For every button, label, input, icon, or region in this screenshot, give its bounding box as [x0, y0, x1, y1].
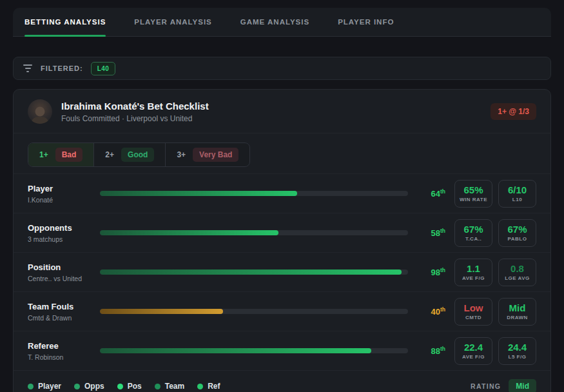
stat-label: PABLO: [508, 236, 527, 242]
row-sub: T. Robinson: [28, 353, 93, 361]
stat-box: 67% PABLO: [498, 219, 536, 247]
percentile-value: 58th: [418, 228, 445, 238]
row-meta: Referee T. Robinson: [28, 341, 93, 361]
row-stats: Low CMTD Mid DRAWN: [454, 298, 536, 326]
stat-box: 67% T.CA..: [454, 219, 492, 247]
row-label: Opponents: [28, 223, 93, 233]
percentile-value: 64th: [418, 188, 445, 199]
legend-item-pos: Pos: [117, 382, 142, 391]
percentile-bar: [100, 191, 408, 196]
row-sub: Cmtd & Drawn: [28, 314, 93, 322]
stat-label: CMTD: [465, 315, 481, 320]
stat-label: WIN RATE: [460, 197, 487, 202]
legend-label: Pos: [128, 382, 142, 391]
percentile-value: 40th: [418, 306, 445, 317]
stat-box: 22.4 AVE F/G: [454, 337, 492, 365]
stat-box: 0.8 LGE AVG: [498, 259, 536, 286]
legend-item-opps: Opps: [74, 382, 104, 391]
verdict-badge: Bad: [55, 148, 83, 162]
odds-badge[interactable]: 1+ @ 1/3: [491, 103, 536, 120]
stat-value: Low: [464, 302, 483, 313]
stat-label: AVE F/G: [462, 354, 485, 360]
stat-label: L5 F/G: [509, 354, 527, 360]
row-label: Position: [28, 262, 93, 272]
verdict-badge: Very Bad: [193, 148, 238, 162]
filter-chip-l40[interactable]: L40: [91, 62, 116, 75]
percentile-bar-fill: [100, 230, 278, 235]
stat-box: 6/10 L10: [498, 180, 536, 208]
row-meta: Position Centre.. vs United: [28, 262, 93, 282]
rating: RATING Mid: [471, 379, 536, 392]
checklist-header-text: Ibrahima Konaté's Bet Checklist Fouls Co…: [61, 101, 209, 123]
line-toggle-2plus[interactable]: 2+ Good: [94, 143, 166, 166]
legend-label: Team: [165, 382, 184, 391]
legend-dot: [197, 384, 203, 389]
row-stats: 22.4 AVE F/G 24.4 L5 F/G: [454, 337, 536, 365]
legend: Player Opps Pos Team Ref: [28, 382, 220, 391]
percentile-bar: [100, 230, 408, 235]
legend-dot: [155, 384, 160, 389]
stat-box: 24.4 L5 F/G: [498, 337, 536, 365]
line-label: 3+: [177, 150, 186, 159]
stat-value: 22.4: [464, 342, 483, 353]
metric-row-team-fouls: Team Fouls Cmtd & Drawn 40th Low CMTD Mi…: [14, 291, 550, 331]
rating-badge: Mid: [509, 379, 536, 392]
legend-item-team: Team: [155, 382, 184, 391]
percentile-value: 88th: [418, 346, 445, 356]
row-sub: 3 matchups: [28, 235, 93, 243]
row-meta: Team Fouls Cmtd & Drawn: [28, 302, 93, 322]
metric-row-position: Position Centre.. vs United 98th 1.1 AVE…: [14, 252, 550, 291]
row-label: Player: [28, 184, 93, 193]
bet-checklist-card: Ibrahima Konaté's Bet Checklist Fouls Co…: [13, 89, 551, 392]
rating-label: RATING: [471, 382, 501, 390]
row-stats: 67% T.CA.. 67% PABLO: [454, 219, 536, 247]
stat-value: Mid: [509, 302, 526, 313]
metric-row-opponents: Opponents 3 matchups 58th 67% T.CA.. 67%…: [14, 213, 550, 252]
line-label: 1+: [39, 150, 48, 159]
stat-value: 6/10: [508, 184, 527, 195]
percentile-value: 98th: [418, 267, 445, 277]
row-meta: Opponents 3 matchups: [28, 223, 93, 243]
stat-label: L10: [512, 197, 522, 202]
stat-box: 1.1 AVE F/G: [454, 259, 492, 286]
tab-betting-analysis[interactable]: BETTING ANALYSIS: [24, 8, 106, 36]
filter-bar: FILTERED: L40: [13, 57, 551, 80]
stat-value: 67%: [463, 224, 483, 235]
stat-box: Low CMTD: [454, 298, 492, 326]
stat-value: 1.1: [467, 263, 480, 274]
legend-label: Ref: [208, 382, 220, 391]
row-stats: 1.1 AVE F/G 0.8 LGE AVG: [454, 259, 536, 286]
metric-row-player: Player I.Konaté 64th 65% WIN RATE 6/10 L…: [14, 173, 550, 213]
checklist-subtitle: Fouls Committed · Liverpool vs United: [61, 114, 209, 123]
tab-player-info[interactable]: PLAYER INFO: [338, 8, 394, 36]
line-toggle-3plus[interactable]: 3+ Very Bad: [166, 143, 249, 166]
row-sub: Centre.. vs United: [28, 275, 93, 282]
legend-label: Player: [38, 382, 61, 391]
stat-value: 65%: [463, 184, 483, 195]
legend-dot: [117, 384, 123, 389]
filter-icon: [23, 64, 33, 72]
stat-box: Mid DRAWN: [498, 298, 536, 326]
checklist-footer: Player Opps Pos Team Ref RATING Mid: [14, 370, 550, 392]
legend-label: Opps: [84, 382, 104, 391]
stat-value: 0.8: [511, 263, 524, 274]
metric-row-referee: Referee T. Robinson 88th 22.4 AVE F/G 24…: [14, 331, 550, 370]
player-avatar: [28, 99, 52, 124]
checklist-header: Ibrahima Konaté's Bet Checklist Fouls Co…: [14, 90, 550, 133]
stat-label: AVE F/G: [462, 275, 485, 281]
row-meta: Player I.Konaté: [28, 184, 93, 204]
legend-item-ref: Ref: [197, 382, 220, 391]
checklist-title: Ibrahima Konaté's Bet Checklist: [61, 101, 209, 112]
tab-game-analysis[interactable]: GAME ANALYSIS: [240, 8, 309, 36]
row-stats: 65% WIN RATE 6/10 L10: [454, 180, 536, 208]
stat-value: 67%: [507, 224, 527, 235]
row-label: Team Fouls: [28, 302, 93, 311]
line-toggle-1plus[interactable]: 1+ Bad: [28, 143, 94, 166]
percentile-bar-fill: [100, 270, 402, 275]
percentile-bar-fill: [100, 309, 223, 314]
legend-dot: [74, 384, 80, 389]
percentile-bar-fill: [100, 191, 297, 196]
tab-player-analysis[interactable]: PLAYER ANALYSIS: [134, 8, 211, 36]
percentile-bar-fill: [100, 348, 371, 353]
stat-label: T.CA..: [465, 236, 481, 242]
